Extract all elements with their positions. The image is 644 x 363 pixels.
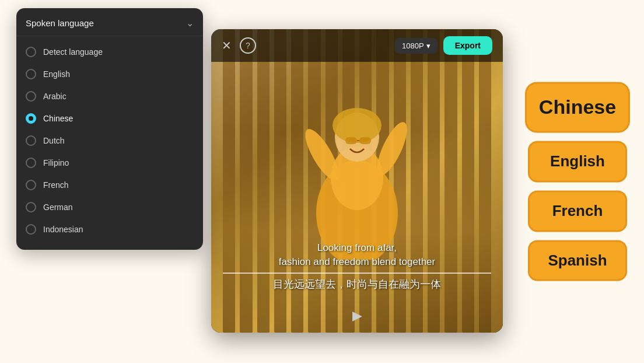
caption-english: Looking from afar,fashion and freedom bl… (223, 241, 491, 269)
radio-indonesian (26, 224, 36, 235)
lang-card-chinese-text: Chinese (539, 96, 616, 118)
chevron-down-icon[interactable]: ⌄ (186, 18, 194, 29)
english-label: English (43, 69, 70, 79)
lang-card-french-text: French (552, 202, 603, 219)
german-label: German (43, 203, 73, 212)
radio-english (26, 69, 36, 79)
language-option-detect[interactable]: Detect language (16, 41, 203, 63)
svg-rect-7 (359, 137, 371, 144)
language-option-chinese[interactable]: Chinese (16, 107, 203, 130)
close-button[interactable]: ✕ (222, 40, 232, 51)
lang-card-english-text: English (550, 153, 605, 170)
language-option-dutch[interactable]: Dutch (16, 130, 203, 152)
lang-card-french[interactable]: French (528, 190, 627, 232)
language-option-french[interactable]: French (16, 174, 203, 196)
main-wrapper: Spoken language ⌄ Detect language Englis… (0, 0, 644, 363)
video-background: Looking from afar,fashion and freedom bl… (211, 29, 503, 333)
radio-chinese (26, 113, 36, 124)
video-captions: Looking from afar,fashion and freedom bl… (211, 241, 503, 292)
help-button[interactable]: ? (240, 37, 256, 54)
svg-point-3 (332, 108, 382, 143)
detect-label: Detect language (43, 47, 103, 57)
dropdown-header: Spoken language ⌄ (16, 15, 203, 36)
dropdown-title: Spoken language (26, 18, 94, 28)
export-button[interactable]: Export (443, 36, 492, 55)
radio-detect (26, 47, 36, 57)
language-option-arabic[interactable]: Arabic (16, 85, 203, 107)
radio-inner-chinese (29, 116, 33, 121)
play-button[interactable]: ▶ (352, 308, 362, 323)
video-panel: ✕ ? 1080P ▾ Export (211, 29, 503, 333)
arabic-label: Arabic (43, 92, 66, 101)
radio-filipino (26, 158, 36, 168)
video-toolbar: ✕ ? 1080P ▾ Export (211, 29, 503, 62)
lang-card-spanish-text: Spanish (548, 252, 607, 269)
lang-card-spanish[interactable]: Spanish (528, 240, 627, 281)
language-option-english[interactable]: English (16, 63, 203, 85)
toolbar-left: ✕ ? (222, 37, 256, 54)
person-illustration (287, 61, 427, 260)
language-option-indonesian[interactable]: Indonesian (16, 218, 203, 240)
radio-dutch (26, 135, 36, 146)
language-option-german[interactable]: German (16, 196, 203, 218)
lang-card-chinese[interactable]: Chinese (525, 82, 630, 132)
indonesian-label: Indonesian (43, 225, 83, 234)
radio-french (26, 180, 36, 190)
resolution-selector[interactable]: 1080P ▾ (395, 38, 438, 54)
language-option-filipino[interactable]: Filipino (16, 152, 203, 174)
radio-german (26, 202, 36, 212)
radio-arabic (26, 91, 36, 102)
lang-card-english[interactable]: English (528, 141, 627, 183)
chinese-label: Chinese (43, 114, 73, 123)
french-label: French (43, 180, 69, 190)
caption-chinese: 目光远远望去，时尚与自在融为一体 (223, 273, 491, 292)
dutch-label: Dutch (43, 136, 65, 145)
svg-rect-6 (345, 137, 357, 144)
filipino-label: Filipino (43, 158, 69, 167)
play-icon: ▶ (352, 308, 362, 323)
language-dropdown-panel: Spoken language ⌄ Detect language Englis… (16, 8, 203, 250)
language-selector-panel: Chinese English French Spanish (525, 82, 630, 281)
